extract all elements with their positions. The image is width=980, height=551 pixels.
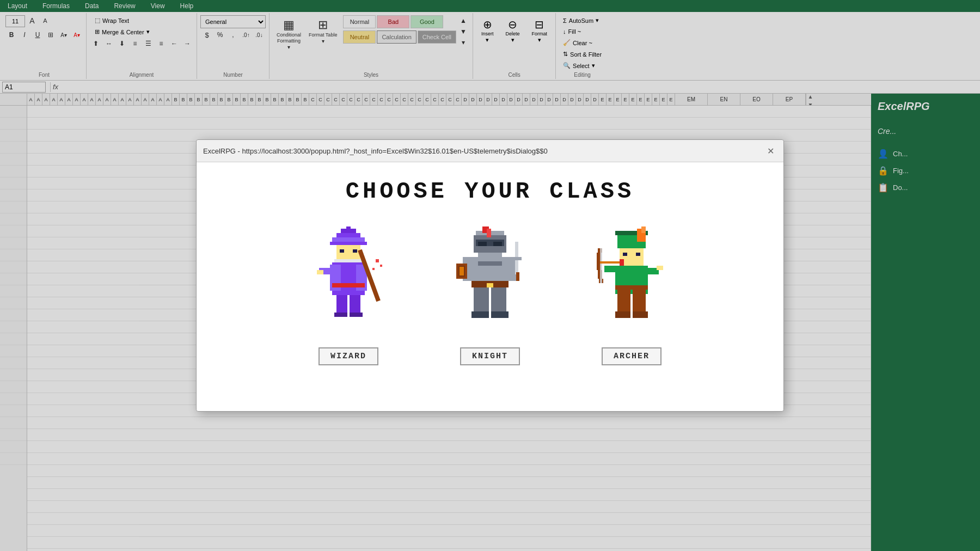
knight-svg — [452, 226, 528, 335]
svg-rect-38 — [491, 287, 506, 311]
svg-rect-15 — [336, 295, 347, 313]
svg-rect-48 — [516, 272, 519, 281]
knight-option[interactable]: KNIGHT — [441, 221, 539, 365]
modal-overlay: ExcelRPG - https://localhost:3000/popup.… — [0, 0, 980, 551]
svg-rect-68 — [600, 248, 602, 283]
svg-rect-39 — [471, 311, 489, 318]
svg-rect-3 — [330, 242, 367, 245]
modal-title: ExcelRPG - https://localhost:3000/popup.… — [203, 147, 548, 155]
knight-sprite — [441, 221, 539, 341]
svg-rect-70 — [620, 259, 624, 266]
knight-btn[interactable]: KNIGHT — [460, 347, 520, 365]
choose-class-heading: CHOOSE YOUR CLASS — [346, 179, 634, 205]
svg-rect-36 — [487, 283, 493, 287]
wizard-svg — [310, 226, 387, 335]
svg-rect-59 — [633, 290, 646, 311]
svg-rect-34 — [478, 261, 502, 266]
svg-rect-2 — [332, 237, 365, 242]
svg-rect-61 — [633, 311, 648, 318]
svg-rect-62 — [604, 266, 615, 272]
svg-rect-40 — [491, 311, 509, 318]
wizard-btn[interactable]: WIZARD — [318, 347, 378, 365]
svg-rect-52 — [641, 226, 646, 233]
svg-rect-17 — [334, 313, 347, 317]
archer-btn[interactable]: ARCHER — [602, 347, 661, 365]
modal-titlebar: ExcelRPG - https://localhost:3000/popup.… — [197, 140, 783, 162]
svg-rect-47 — [511, 257, 522, 260]
svg-rect-37 — [474, 287, 489, 311]
svg-rect-6 — [340, 249, 344, 253]
archer-option[interactable]: ARCHER — [583, 221, 681, 365]
svg-rect-58 — [617, 290, 630, 311]
svg-rect-7 — [353, 249, 357, 253]
class-choices: WIZARD — [299, 221, 681, 365]
archer-svg — [593, 226, 670, 335]
svg-rect-21 — [380, 265, 382, 267]
wizard-option[interactable]: WIZARD — [299, 221, 397, 365]
svg-rect-57 — [615, 285, 648, 290]
svg-rect-29 — [493, 242, 502, 246]
archer-sprite — [583, 221, 681, 341]
wizard-sprite — [299, 221, 397, 341]
svg-rect-24 — [317, 270, 323, 274]
svg-rect-32 — [478, 253, 502, 257]
svg-rect-20 — [376, 259, 379, 262]
svg-rect-31 — [487, 229, 491, 237]
svg-rect-14 — [332, 283, 365, 287]
svg-rect-4 — [346, 226, 351, 231]
svg-rect-60 — [615, 311, 630, 318]
svg-rect-54 — [623, 253, 627, 256]
svg-rect-16 — [350, 295, 360, 313]
svg-rect-22 — [372, 268, 375, 270]
svg-rect-69 — [600, 261, 622, 264]
modal-close-btn[interactable]: ✕ — [764, 144, 777, 157]
modal-content: CHOOSE YOUR CLASS — [197, 162, 783, 411]
svg-rect-18 — [350, 313, 363, 317]
svg-rect-1 — [336, 233, 360, 237]
svg-rect-55 — [636, 253, 640, 256]
modal-dialog: ExcelRPG - https://localhost:3000/popup.… — [196, 139, 784, 412]
svg-rect-72 — [657, 266, 663, 270]
svg-rect-44 — [460, 267, 464, 276]
svg-rect-28 — [478, 242, 487, 246]
